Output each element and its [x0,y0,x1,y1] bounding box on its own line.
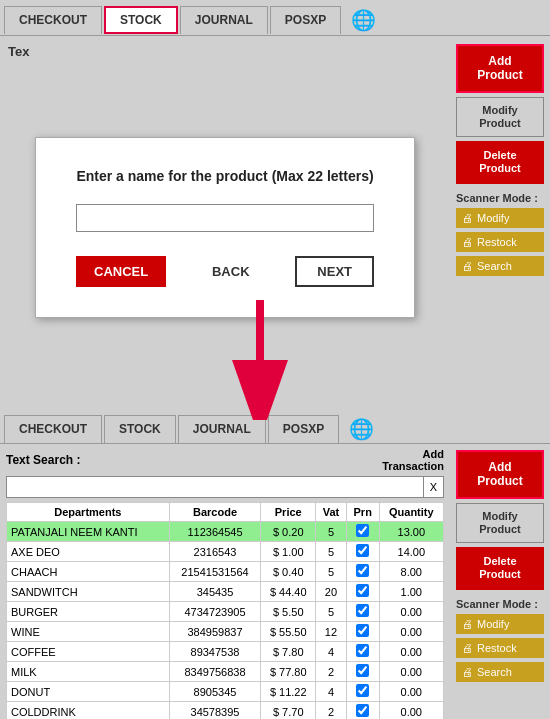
add-product-button-bottom[interactable]: AddProduct [456,450,544,499]
prn-checkbox[interactable] [356,564,369,577]
modify-product-button-top[interactable]: ModifyProduct [456,97,544,137]
cell-vat: 5 [316,562,347,582]
product-table: Departments Barcode Price Vat Prn Quanti… [6,502,444,719]
cell-barcode: 2316543 [169,542,261,562]
cell-price: $ 11.22 [261,682,316,702]
cell-dept: SANDWITCH [7,582,170,602]
tab-checkout-bottom[interactable]: CHECKOUT [4,415,102,443]
table-row[interactable]: BURGER 4734723905 $ 5.50 5 0.00 [7,602,444,622]
delete-product-button-bottom[interactable]: DeleteProduct [456,547,544,589]
cell-barcode: 8349756838 [169,662,261,682]
cell-price: $ 5.50 [261,602,316,622]
cell-price: $ 0.20 [261,522,316,542]
scanner-mode-label-top: Scanner Mode : [456,192,544,204]
cell-price: $ 1.00 [261,542,316,562]
tab-posxp-bottom[interactable]: POSXP [268,415,339,443]
back-button[interactable]: BACK [194,256,268,287]
search-input-bottom[interactable] [6,476,424,498]
cell-barcode: 8905345 [169,682,261,702]
modal-title: Enter a name for the product (Max 22 let… [76,168,374,184]
prn-checkbox[interactable] [356,584,369,597]
prn-checkbox[interactable] [356,624,369,637]
scanner-icon-b3: 🖨 [462,666,473,678]
prn-checkbox[interactable] [356,604,369,617]
cell-price: $ 0.40 [261,562,316,582]
clear-search-button[interactable]: X [424,476,444,498]
cell-dept: COLDDRINK [7,702,170,720]
scanner-icon-b2: 🖨 [462,642,473,654]
scanner-restock-button-top[interactable]: 🖨Restock [456,232,544,252]
delete-product-button-top[interactable]: DeleteProduct [456,141,544,183]
tab-posxp-top[interactable]: POSXP [270,6,341,34]
cell-price: $ 7.80 [261,642,316,662]
scanner-mode-label-bottom: Scanner Mode : [456,598,544,610]
cell-prn [346,542,379,562]
next-button[interactable]: NEXT [295,256,374,287]
cancel-button[interactable]: CANCEL [76,256,166,287]
cell-dept: AXE DEO [7,542,170,562]
table-row[interactable]: MILK 8349756838 $ 77.80 2 0.00 [7,662,444,682]
product-name-input[interactable] [76,204,374,232]
cell-prn [346,582,379,602]
scanner-modify-button-top[interactable]: 🖨Modify [456,208,544,228]
text-search-label: Text Search : [6,453,80,467]
modal-dialog: Enter a name for the product (Max 22 let… [35,137,415,318]
prn-checkbox[interactable] [356,524,369,537]
scanner-icon-3: 🖨 [462,260,473,272]
prn-checkbox[interactable] [356,684,369,697]
table-row[interactable]: COFFEE 89347538 $ 7.80 4 0.00 [7,642,444,662]
cell-qty: 14.00 [379,542,443,562]
cell-barcode: 384959837 [169,622,261,642]
tab-stock-bottom[interactable]: STOCK [104,415,176,443]
prn-checkbox[interactable] [356,704,369,717]
tab-journal-bottom[interactable]: JOURNAL [178,415,266,443]
add-transaction-button[interactable]: AddTransaction [382,448,444,472]
add-product-button-top[interactable]: AddProduct [456,44,544,93]
tab-stock-top[interactable]: STOCK [104,6,178,34]
cell-dept: WINE [7,622,170,642]
tab-journal-top[interactable]: JOURNAL [180,6,268,34]
table-row[interactable]: SANDWITCH 345435 $ 44.40 20 1.00 [7,582,444,602]
modify-product-button-bottom[interactable]: ModifyProduct [456,503,544,543]
tab-bar-top: CHECKOUT STOCK JOURNAL POSXP 🌐 [0,0,550,36]
scanner-search-button-top[interactable]: 🖨Search [456,256,544,276]
col-header-quantity: Quantity [379,503,443,522]
cell-dept: PATANJALI NEEM KANTI [7,522,170,542]
tab-checkout-top[interactable]: CHECKOUT [4,6,102,34]
cell-vat: 2 [316,662,347,682]
cell-prn [346,662,379,682]
cell-dept: COFFEE [7,642,170,662]
prn-checkbox[interactable] [356,544,369,557]
cell-prn [346,642,379,662]
modal-buttons: CANCEL BACK NEXT [76,256,374,287]
table-row[interactable]: AXE DEO 2316543 $ 1.00 5 14.00 [7,542,444,562]
table-row[interactable]: PATANJALI NEEM KANTI 112364545 $ 0.20 5 … [7,522,444,542]
text-search-row: Text Search : AddTransaction [6,448,444,472]
prn-checkbox[interactable] [356,664,369,677]
globe-icon-bottom[interactable]: 🌐 [345,415,377,443]
globe-icon-top[interactable]: 🌐 [347,6,379,34]
cell-qty: 0.00 [379,642,443,662]
cell-qty: 0.00 [379,602,443,622]
cell-dept: MILK [7,662,170,682]
cell-price: $ 55.50 [261,622,316,642]
cell-barcode: 112364545 [169,522,261,542]
cell-qty: 0.00 [379,702,443,720]
scanner-icon: 🖨 [462,212,473,224]
cell-qty: 13.00 [379,522,443,542]
cell-price: $ 77.80 [261,662,316,682]
prn-checkbox[interactable] [356,644,369,657]
cell-price: $ 7.70 [261,702,316,720]
cell-vat: 4 [316,642,347,662]
table-row[interactable]: WINE 384959837 $ 55.50 12 0.00 [7,622,444,642]
table-row[interactable]: COLDDRINK 34578395 $ 7.70 2 0.00 [7,702,444,720]
table-row[interactable]: CHAACH 21541531564 $ 0.40 5 8.00 [7,562,444,582]
cell-barcode: 4734723905 [169,602,261,622]
scanner-icon-2: 🖨 [462,236,473,248]
scanner-restock-button-bottom[interactable]: 🖨Restock [456,638,544,658]
cell-dept: CHAACH [7,562,170,582]
scanner-modify-button-bottom[interactable]: 🖨Modify [456,614,544,634]
scanner-search-button-bottom[interactable]: 🖨Search [456,662,544,682]
col-header-departments: Departments [7,503,170,522]
table-row[interactable]: DONUT 8905345 $ 11.22 4 0.00 [7,682,444,702]
